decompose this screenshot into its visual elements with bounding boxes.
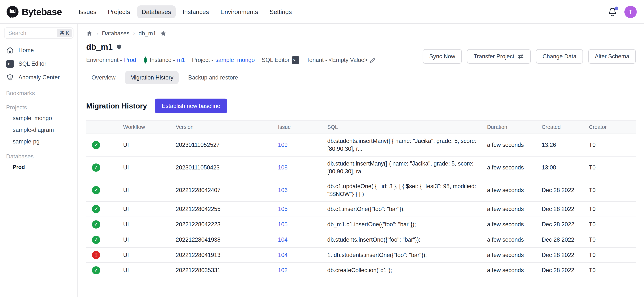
sidebar-item-prod[interactable]: Prod — [4, 162, 74, 173]
issue-link[interactable]: 109 — [278, 142, 288, 148]
issue-link[interactable]: 105 — [278, 221, 288, 228]
table-row: UI 20221228041938 104 db.students.insert… — [86, 232, 636, 247]
sidebar-item-sample-diagram[interactable]: sample-diagram — [4, 124, 74, 136]
breadcrumb-separator: › — [96, 30, 98, 37]
issue-link[interactable]: 106 — [278, 187, 288, 193]
created-cell: 13:08 — [537, 156, 584, 179]
nav-item-databases[interactable]: Databases — [137, 6, 176, 18]
duration-cell: a few seconds — [482, 247, 537, 262]
sidebar-item-sql-editor[interactable]: >_ SQL Editor — [4, 57, 74, 71]
nav-item-issues[interactable]: Issues — [74, 6, 101, 18]
edit-pencil-icon[interactable] — [370, 57, 376, 63]
duration-cell: a few seconds — [482, 217, 537, 232]
bookmark-star-icon[interactable] — [160, 30, 167, 37]
breadcrumb-databases[interactable]: Databases — [102, 30, 130, 37]
sync-now-button[interactable]: Sync Now — [423, 49, 462, 64]
tab-backup-and-restore[interactable]: Backup and restore — [183, 71, 243, 84]
status-icon — [92, 186, 100, 194]
version-cell: 20230111050423 — [171, 156, 273, 179]
workflow-cell: UI — [118, 217, 171, 232]
nav-item-environments[interactable]: Environments — [216, 6, 262, 18]
sidebar-section-databases: Databases — [4, 150, 74, 161]
created-cell: Dec 28 2022 — [537, 217, 584, 232]
search-input[interactable] — [8, 30, 57, 37]
duration-cell: a few seconds — [482, 179, 537, 201]
duration-cell: a few seconds — [482, 232, 537, 247]
instance-label: Instance - — [150, 57, 175, 63]
database-meta-row: Environment - Prod Instance - — [86, 56, 380, 64]
environment-link[interactable]: Prod — [124, 57, 136, 63]
brand-logo[interactable]: Bytebase — [6, 6, 62, 18]
sidebar-section-projects: Projects — [4, 101, 74, 112]
app-window: Bytebase Issues Projects Databases Insta… — [0, 0, 644, 297]
workflow-cell: UI — [118, 179, 171, 201]
avatar[interactable]: T — [624, 6, 637, 18]
status-icon — [92, 236, 100, 244]
issue-link[interactable]: 108 — [278, 164, 288, 171]
shield-alert-icon — [6, 74, 14, 81]
sidebar-item-sample-pg[interactable]: sample-pg — [4, 136, 74, 147]
status-icon — [92, 251, 100, 259]
created-cell: 13:26 — [537, 134, 584, 156]
transfer-project-button[interactable]: Transfer Project — [467, 49, 530, 64]
creator-cell: T0 — [584, 247, 636, 262]
sql-cell: db.createCollection("c1"); — [327, 267, 392, 273]
sidebar-item-sample-mongo[interactable]: sample_mongo — [4, 112, 74, 124]
version-cell: 20221228042223 — [171, 217, 273, 232]
table-row: UI 20221228041913 104 1. db.students.ins… — [86, 247, 636, 262]
version-cell: 20221228041913 — [171, 247, 273, 262]
sql-editor-terminal-icon[interactable]: >_ — [292, 56, 300, 64]
issue-link[interactable]: 104 — [278, 252, 288, 258]
table-header-row: Workflow Version Issue SQL Duration Crea… — [86, 121, 636, 134]
change-data-button[interactable]: Change Data — [536, 49, 583, 64]
duration-cell: a few seconds — [482, 156, 537, 179]
issue-link[interactable]: 102 — [278, 267, 288, 273]
page-title: db_m1 — [86, 42, 113, 52]
table-row: UI 20230111052527 109 db.students.insert… — [86, 134, 636, 156]
search-shortcut-badge: ⌘ K — [57, 29, 72, 37]
workflow-cell: UI — [118, 232, 171, 247]
instance-link[interactable]: m1 — [177, 57, 185, 63]
tab-overview[interactable]: Overview — [86, 71, 121, 84]
top-navbar: Bytebase Issues Projects Databases Insta… — [0, 0, 644, 24]
section-title: Migration History — [86, 102, 147, 110]
version-cell: 20221228042407 — [171, 179, 273, 201]
issue-link[interactable]: 105 — [278, 206, 288, 212]
sidebar-item-label: SQL Editor — [18, 60, 46, 67]
table-row: UI 20221228042255 105 db.c1.insertOne({"… — [86, 201, 636, 217]
sidebar-item-anomaly-center[interactable]: Anomaly Center — [4, 71, 74, 84]
alter-schema-button[interactable]: Alter Schema — [588, 49, 636, 64]
version-cell: 20230111052527 — [171, 134, 273, 156]
breadcrumb-db-m1[interactable]: db_m1 — [139, 30, 156, 37]
table-row: UI 20230111050423 108 db.student.insertM… — [86, 156, 636, 179]
header-actions: Sync Now Transfer Project Change Data Al… — [423, 49, 636, 64]
col-sql: SQL — [322, 121, 482, 134]
sidebar-item-label: Home — [18, 47, 34, 54]
issue-link[interactable]: 104 — [278, 236, 288, 243]
establish-baseline-button[interactable]: Establish new baseline — [155, 99, 227, 113]
sidebar-item-home[interactable]: Home — [4, 44, 74, 57]
notification-bell-icon[interactable] — [608, 7, 618, 17]
created-cell: Dec 28 2022 — [537, 201, 584, 217]
sql-cell: db.c1.insertOne({"foo": "bar"}); — [327, 206, 405, 212]
nav-item-settings[interactable]: Settings — [265, 6, 296, 18]
breadcrumb-home-icon[interactable] — [86, 30, 93, 37]
nav-item-projects[interactable]: Projects — [103, 6, 134, 18]
col-creator: Creator — [584, 121, 636, 134]
duration-cell: a few seconds — [482, 262, 537, 278]
creator-cell: T0 — [584, 217, 636, 232]
creator-cell: T0 — [584, 232, 636, 247]
workflow-cell: UI — [118, 262, 171, 278]
sidebar-item-label: Anomaly Center — [18, 74, 60, 81]
status-icon — [92, 205, 100, 213]
nav-item-instances[interactable]: Instances — [178, 6, 214, 18]
tab-migration-history[interactable]: Migration History — [125, 71, 179, 84]
col-created: Created — [537, 121, 584, 134]
creator-cell: T0 — [584, 201, 636, 217]
project-link[interactable]: sample_mongo — [216, 57, 255, 63]
col-duration: Duration — [482, 121, 537, 134]
search-box[interactable]: ⌘ K — [4, 28, 74, 39]
sql-cell: db.c1.updateOne( { _id: 3 }, [ { $set: {… — [327, 183, 476, 197]
main-content: › Databases › db_m1 db_m1 — [78, 24, 644, 297]
workflow-cell: UI — [118, 156, 171, 179]
